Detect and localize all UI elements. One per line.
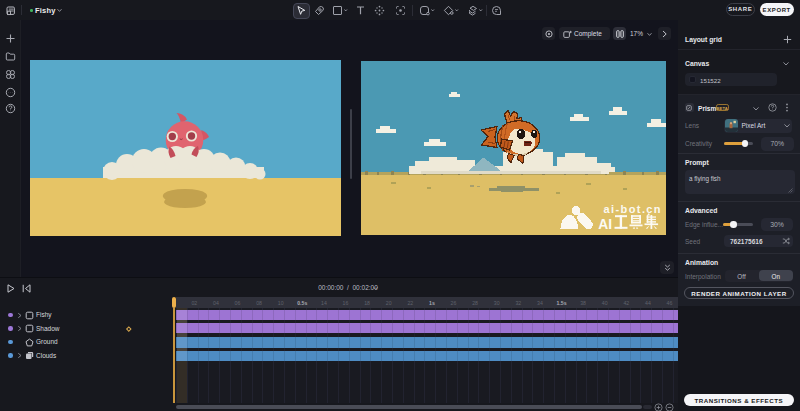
svg-text:ai-bot.cn: ai-bot.cn: [604, 203, 662, 215]
svg-text:AI: AI: [598, 217, 612, 232]
